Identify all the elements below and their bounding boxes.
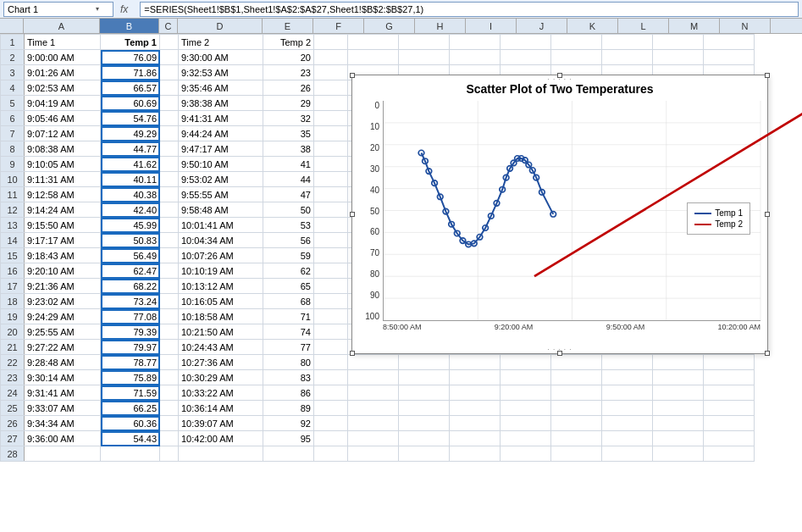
cell-empty[interactable] [348, 401, 399, 416]
cell-temp2[interactable]: 83 [263, 370, 314, 385]
cell-time1[interactable]: 9:27:22 AM [25, 340, 101, 355]
cell-time1[interactable]: 9:07:12 AM [25, 126, 101, 141]
cell-empty[interactable] [314, 340, 348, 355]
col-header-b[interactable]: B [100, 19, 159, 33]
cell-empty[interactable] [450, 446, 501, 462]
cell-empty[interactable] [551, 416, 602, 431]
cell-empty[interactable] [101, 446, 160, 462]
cell-empty[interactable] [348, 446, 399, 462]
cell-time1[interactable]: 9:33:07 AM [25, 401, 101, 416]
cell-temp2[interactable]: 20 [263, 50, 314, 65]
col-header-m[interactable]: M [669, 19, 720, 33]
cell-empty[interactable] [501, 370, 551, 385]
cell-empty[interactable] [263, 446, 314, 462]
cell-temp1[interactable]: 78.77 [101, 355, 160, 370]
cell-empty[interactable] [551, 401, 602, 416]
cell-temp1[interactable]: 77.08 [101, 309, 160, 324]
cell-temp2[interactable]: 47 [263, 187, 314, 202]
cell-empty[interactable] [314, 35, 348, 50]
cell-time1[interactable]: 9:11:31 AM [25, 172, 101, 187]
cell-temp1[interactable]: 40.38 [101, 187, 160, 202]
cell-empty[interactable] [501, 385, 551, 401]
cell-time2[interactable]: 10:33:22 AM [179, 385, 263, 401]
cell-temp2[interactable]: 35 [263, 126, 314, 141]
cell-temp1[interactable]: 54.43 [101, 431, 160, 446]
cell-temp2[interactable]: 32 [263, 111, 314, 126]
cell-empty[interactable] [314, 141, 348, 157]
col-header-d[interactable]: D [178, 19, 263, 33]
cell-empty[interactable] [551, 385, 602, 401]
cell-temp1[interactable]: 60.69 [101, 96, 160, 111]
cell-empty[interactable] [179, 446, 263, 462]
cell-time1[interactable]: 9:00:00 AM [25, 50, 101, 65]
cell-empty[interactable] [25, 446, 101, 462]
cell-empty[interactable] [551, 50, 602, 65]
col-header-h[interactable]: H [415, 19, 466, 33]
chart-handle-se[interactable] [765, 351, 770, 356]
cell-time1[interactable]: 9:10:05 AM [25, 157, 101, 172]
cell-empty[interactable] [314, 126, 348, 141]
cell-empty[interactable] [450, 416, 501, 431]
cell-temp2[interactable]: 56 [263, 233, 314, 248]
cell-empty[interactable] [399, 35, 450, 50]
cell-time2[interactable]: 10:21:50 AM [179, 324, 263, 340]
cell-empty[interactable] [160, 279, 179, 294]
col-header-a[interactable]: A [24, 19, 100, 33]
cell-temp2[interactable]: 29 [263, 96, 314, 111]
cell-temp2[interactable]: 53 [263, 218, 314, 233]
cell-empty[interactable] [160, 80, 179, 96]
chart-handle-ne[interactable] [765, 73, 770, 78]
cell-temp1[interactable]: Temp 1 [101, 35, 160, 50]
cell-empty[interactable] [160, 141, 179, 157]
cell-empty[interactable] [160, 202, 179, 218]
cell-temp1[interactable]: 49.29 [101, 126, 160, 141]
cell-temp2[interactable]: 23 [263, 65, 314, 80]
cell-empty[interactable] [704, 370, 755, 385]
cell-empty[interactable] [314, 202, 348, 218]
cell-empty[interactable] [160, 157, 179, 172]
chart-handle-w[interactable] [350, 212, 355, 217]
cell-time2[interactable]: 9:55:55 AM [179, 187, 263, 202]
name-box-dropdown-icon[interactable]: ▾ [96, 5, 99, 13]
cell-temp2[interactable]: 38 [263, 141, 314, 157]
cell-empty[interactable] [314, 172, 348, 187]
cell-time1[interactable]: 9:28:48 AM [25, 355, 101, 370]
cell-temp2[interactable]: 74 [263, 324, 314, 340]
cell-time1[interactable]: 9:21:36 AM [25, 279, 101, 294]
cell-empty[interactable] [501, 446, 551, 462]
col-header-j[interactable]: J [517, 19, 567, 33]
col-header-n[interactable]: N [720, 19, 771, 33]
cell-empty[interactable] [160, 370, 179, 385]
cell-empty[interactable] [348, 416, 399, 431]
cell-temp1[interactable]: 79.97 [101, 340, 160, 355]
cell-empty[interactable] [314, 431, 348, 446]
cell-empty[interactable] [314, 355, 348, 370]
cell-time2[interactable]: 9:47:17 AM [179, 141, 263, 157]
cell-empty[interactable] [602, 370, 653, 385]
cell-temp2[interactable]: 77 [263, 340, 314, 355]
cell-time2[interactable]: 9:44:24 AM [179, 126, 263, 141]
cell-empty[interactable] [160, 355, 179, 370]
cell-empty[interactable] [348, 50, 399, 65]
cell-empty[interactable] [653, 446, 704, 462]
cell-empty[interactable] [314, 248, 348, 263]
cell-empty[interactable] [160, 218, 179, 233]
cell-temp1[interactable]: 62.47 [101, 263, 160, 279]
cell-time1[interactable]: 9:04:19 AM [25, 96, 101, 111]
cell-empty[interactable] [160, 248, 179, 263]
cell-empty[interactable] [653, 416, 704, 431]
cell-empty[interactable] [160, 233, 179, 248]
cell-temp1[interactable]: 56.49 [101, 248, 160, 263]
cell-temp2[interactable]: 89 [263, 401, 314, 416]
cell-empty[interactable] [314, 263, 348, 279]
cell-empty[interactable] [704, 431, 755, 446]
cell-time1[interactable]: 9:23:02 AM [25, 294, 101, 309]
cell-empty[interactable] [602, 35, 653, 50]
cell-temp2[interactable]: 26 [263, 80, 314, 96]
cell-empty[interactable] [704, 401, 755, 416]
cell-empty[interactable] [704, 355, 755, 370]
cell-temp1[interactable]: 71.59 [101, 385, 160, 401]
cell-temp1[interactable]: 45.99 [101, 218, 160, 233]
col-header-l[interactable]: L [618, 19, 669, 33]
cell-empty[interactable] [160, 172, 179, 187]
